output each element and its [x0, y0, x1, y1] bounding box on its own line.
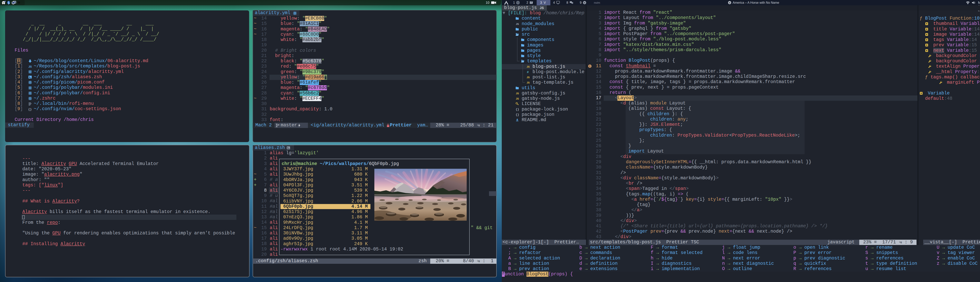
svg-text:JS: JS	[29, 65, 32, 68]
svg-text:{}: {}	[28, 108, 32, 111]
